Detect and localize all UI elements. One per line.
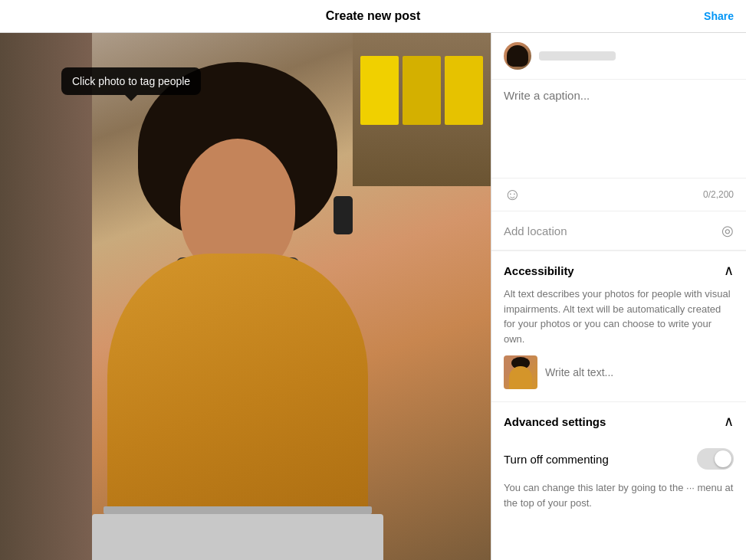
location-text: Add location	[504, 224, 567, 237]
accessibility-chevron-icon: ∧	[724, 262, 734, 279]
alt-text-row	[491, 355, 746, 401]
accessibility-title: Accessibility	[504, 264, 574, 277]
page-title: Create new post	[326, 9, 421, 23]
avatar-hair	[507, 45, 528, 67]
emoji-icon[interactable]: ☺	[504, 185, 521, 205]
tag-tooltip: Click photo to tag people	[61, 67, 201, 95]
main-layout: Click photo to tag people ☺ 0/2,200 Add …	[0, 33, 746, 560]
header: Create new post Share	[0, 0, 746, 33]
binder-1	[445, 56, 483, 125]
laptop-screen	[104, 506, 372, 514]
advanced-settings-header[interactable]: Advanced settings ∧	[491, 402, 746, 437]
avatar	[504, 42, 531, 70]
turn-off-commenting-row: Turn off commenting	[491, 437, 746, 480]
location-row[interactable]: Add location ◎	[491, 211, 746, 251]
username	[539, 51, 616, 61]
photo-background	[0, 33, 491, 560]
caption-input[interactable]	[504, 89, 734, 165]
location-icon: ◎	[721, 222, 734, 239]
alt-text-input[interactable]	[545, 366, 734, 378]
caption-area	[491, 80, 746, 178]
emoji-row: ☺ 0/2,200	[491, 178, 746, 211]
right-panel: ☺ 0/2,200 Add location ◎ Accessibility ∧…	[491, 33, 746, 560]
toggle-description: You can change this later by going to th…	[491, 480, 746, 522]
laptop	[92, 514, 383, 560]
advanced-settings-section: Advanced settings ∧ Turn off commenting …	[491, 401, 746, 522]
accessibility-section: Accessibility ∧ Alt text describes your …	[491, 251, 746, 401]
alt-thumb-body	[509, 366, 532, 389]
turn-off-commenting-toggle[interactable]	[697, 448, 734, 470]
alt-text-thumbnail	[504, 355, 537, 389]
char-count: 0/2,200	[703, 189, 734, 200]
accessibility-description: Alt text describes your photos for peopl…	[491, 287, 746, 355]
user-row	[491, 33, 746, 80]
person-figure	[46, 62, 429, 560]
turn-off-commenting-label: Turn off commenting	[504, 453, 609, 466]
share-button[interactable]: Share	[704, 10, 734, 22]
photo-area[interactable]: Click photo to tag people	[0, 33, 491, 560]
accessibility-header[interactable]: Accessibility ∧	[491, 251, 746, 287]
phone	[334, 196, 353, 234]
advanced-settings-chevron-icon: ∧	[724, 413, 734, 430]
advanced-settings-title: Advanced settings	[504, 415, 606, 428]
